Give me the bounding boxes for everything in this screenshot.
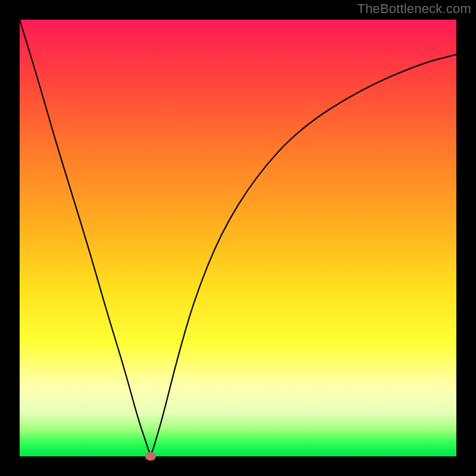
chart-frame: TheBottleneck.com — [0, 0, 476, 476]
curve-svg — [20, 20, 456, 456]
plot-area — [20, 20, 456, 456]
minimum-marker — [145, 452, 156, 461]
bottleneck-curve-path — [20, 20, 456, 453]
attribution-text: TheBottleneck.com — [357, 1, 471, 17]
